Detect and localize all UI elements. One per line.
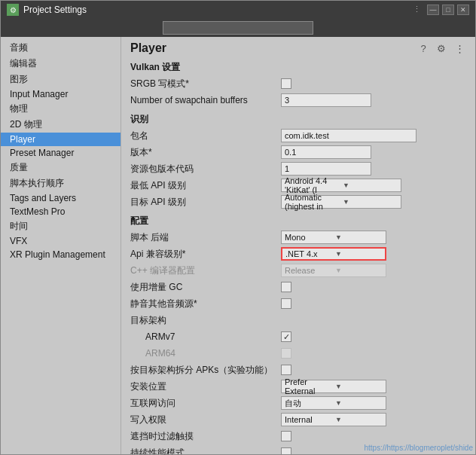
main-content: 音频 编辑器 图形 Input Manager 物理 2D 物理 Player …	[1, 37, 475, 454]
sidebar-item-tags[interactable]: Tags and Layers	[1, 191, 121, 205]
occlusion-label: 遮挡时过滤触摸	[130, 430, 281, 443]
sidebar-item-audio[interactable]: 音频	[1, 40, 121, 56]
field-write-permission: 写入权限 Internal ▼	[121, 411, 472, 428]
section-vulkan: Vulkan 设置	[121, 56, 472, 75]
window-title: Project Settings	[23, 5, 413, 15]
min-api-arrow: ▼	[343, 182, 398, 189]
field-swapchain: Number of swapchain buffers	[121, 92, 472, 108]
sidebar-item-physics[interactable]: 物理	[1, 101, 121, 117]
internet-access-arrow: ▼	[335, 399, 383, 407]
package-input[interactable]	[281, 129, 416, 142]
field-target-arch-header: 目标架构	[121, 312, 472, 328]
sidebar-item-script-order[interactable]: 脚本执行顺序	[1, 176, 121, 191]
swapchain-input[interactable]	[281, 93, 371, 107]
content-area: Player ? ⚙ ⋮ Vulkan 设置 SRGB 写模式* Num	[121, 37, 475, 454]
field-internet-access: 互联网访问 自动 ▼	[121, 395, 472, 411]
srgb-label: SRGB 写模式*	[130, 78, 281, 90]
sustained-performance-checkbox[interactable]	[281, 447, 291, 454]
sidebar-item-xr[interactable]: XR Plugin Management	[1, 248, 121, 261]
more-options-icon[interactable]: ⋮	[453, 41, 466, 55]
armv7-label: ARMv7	[130, 331, 281, 342]
target-api-value: Automatic (highest in	[285, 193, 340, 211]
sidebar-item-time[interactable]: 时间	[1, 218, 121, 234]
bundle-version-input[interactable]	[281, 162, 371, 176]
sidebar-item-preset[interactable]: Preset Manager	[1, 146, 121, 160]
window-controls: ⋮ — □ ✕	[413, 5, 469, 15]
sidebar-item-editor[interactable]: 编辑器	[1, 56, 121, 72]
incremental-gc-checkbox[interactable]	[281, 282, 291, 292]
field-mute-audio: 静音其他音频源*	[121, 295, 472, 312]
field-target-api: 目标 API 级别 Automatic (highest in ▼	[121, 194, 472, 210]
page-title: Player	[130, 41, 416, 55]
field-min-api: 最低 API 级别 Android 4.4 'KitKat' (l ▼	[121, 177, 472, 194]
section-config: 配置	[121, 210, 472, 229]
sidebar-item-textmesh[interactable]: TextMesh Pro	[1, 205, 121, 218]
api-compat-dropdown[interactable]: .NET 4.x ▼	[281, 247, 386, 261]
bundle-version-label: 资源包版本代码	[130, 163, 281, 176]
armv7-checkbox[interactable]	[281, 331, 291, 342]
sustained-performance-label: 持续性能模式	[130, 447, 281, 455]
sidebar-item-graphics[interactable]: 图形	[1, 72, 121, 87]
sidebar-item-physics2d[interactable]: 2D 物理	[1, 117, 121, 133]
target-api-label: 目标 API 级别	[130, 196, 281, 209]
title-bar: ⚙ Project Settings ⋮ — □ ✕	[1, 1, 475, 19]
content-scroll: Vulkan 设置 SRGB 写模式* Number of swapchain …	[121, 56, 475, 454]
cpp-config-label: C++ 编译器配置	[130, 264, 281, 277]
min-api-value: Android 4.4 'KitKat' (l	[285, 176, 340, 194]
project-settings-window: ⚙ Project Settings ⋮ — □ ✕ 音频 编辑器 图形 Inp…	[0, 0, 476, 455]
field-bundle-version: 资源包版本代码	[121, 160, 472, 177]
internet-access-label: 互联网访问	[130, 397, 281, 410]
mute-audio-label: 静音其他音频源*	[130, 298, 281, 310]
field-package: 包名	[121, 127, 472, 144]
search-bar	[1, 19, 475, 37]
backend-value: Mono	[285, 233, 332, 242]
version-input[interactable]	[281, 145, 371, 159]
field-install-location: 安装位置 Prefer External ▼	[121, 378, 472, 395]
install-location-label: 安装位置	[130, 380, 281, 393]
cpp-config-arrow: ▼	[335, 267, 383, 274]
target-api-dropdown[interactable]: Automatic (highest in ▼	[281, 195, 401, 209]
sidebar: 音频 编辑器 图形 Input Manager 物理 2D 物理 Player …	[1, 37, 121, 454]
min-api-label: 最低 API 级别	[130, 179, 281, 192]
internet-access-value: 自动	[285, 398, 332, 409]
mute-audio-checkbox[interactable]	[281, 298, 291, 309]
more-icon: ⋮	[413, 5, 421, 15]
field-version: 版本*	[121, 144, 472, 160]
settings-icon[interactable]: ⚙	[435, 41, 448, 55]
header-icons: ? ⚙ ⋮	[416, 41, 466, 55]
target-api-arrow: ▼	[343, 198, 398, 206]
restore-button[interactable]: □	[442, 5, 454, 15]
minimize-button[interactable]: —	[427, 5, 439, 15]
min-api-dropdown[interactable]: Android 4.4 'KitKat' (l ▼	[281, 179, 401, 192]
field-api-compat: Api 兼容级别* .NET 4.x ▼	[121, 246, 472, 262]
split-apks-label: 按目标架构拆分 APKs（实验功能）	[130, 364, 281, 377]
backend-dropdown[interactable]: Mono ▼	[281, 231, 386, 244]
sidebar-item-quality[interactable]: 质量	[1, 160, 121, 176]
srgb-checkbox[interactable]	[281, 78, 291, 89]
sidebar-item-player[interactable]: Player	[1, 133, 121, 146]
close-button[interactable]: ✕	[457, 5, 469, 15]
field-occlusion: 遮挡时过滤触摸	[121, 428, 472, 444]
content-wrapper: Vulkan 设置 SRGB 写模式* Number of swapchain …	[121, 56, 472, 454]
section-identity: 识别	[121, 108, 472, 127]
version-label: 版本*	[130, 146, 281, 159]
sidebar-item-vfx[interactable]: VFX	[1, 234, 121, 248]
arm64-checkbox[interactable]	[281, 348, 291, 359]
swapchain-label: Number of swapchain buffers	[130, 95, 281, 105]
split-apks-checkbox[interactable]	[281, 365, 291, 375]
window-icon: ⚙	[7, 4, 19, 16]
api-compat-arrow: ▼	[335, 250, 382, 258]
search-input[interactable]	[163, 21, 313, 35]
cpp-config-dropdown[interactable]: Release ▼	[281, 264, 386, 277]
sidebar-item-input[interactable]: Input Manager	[1, 87, 121, 101]
content-header: Player ? ⚙ ⋮	[121, 37, 475, 56]
write-permission-dropdown[interactable]: Internal ▼	[281, 413, 386, 426]
install-location-value: Prefer External	[285, 377, 332, 395]
field-incremental-gc: 使用增量 GC	[121, 279, 472, 295]
incremental-gc-label: 使用增量 GC	[130, 281, 281, 294]
internet-access-dropdown[interactable]: 自动 ▼	[281, 396, 386, 410]
occlusion-checkbox[interactable]	[281, 431, 291, 441]
install-location-arrow: ▼	[335, 383, 383, 390]
help-icon[interactable]: ?	[416, 41, 430, 55]
install-location-dropdown[interactable]: Prefer External ▼	[281, 380, 386, 393]
